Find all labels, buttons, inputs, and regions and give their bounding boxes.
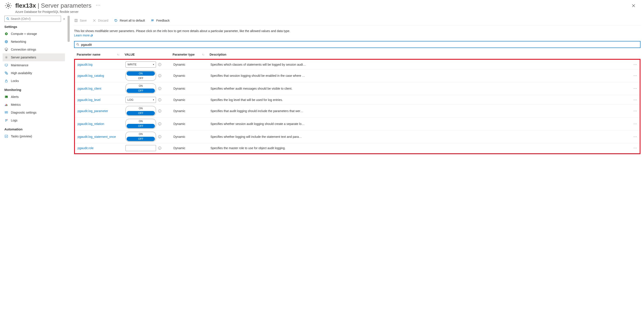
info-icon[interactable]: i [158, 135, 161, 138]
scrollbar-thumb[interactable] [68, 16, 70, 42]
info-icon[interactable]: i [158, 63, 161, 66]
chevron-down-icon: ▾ [153, 63, 154, 66]
sidebar-item-connection-strings[interactable]: Connection strings [2, 46, 65, 54]
value-toggle[interactable]: ONOFF [126, 71, 156, 81]
svg-point-22 [152, 19, 152, 20]
parameter-type: Dynamic [171, 87, 208, 90]
toolbar: Save Discard Reset all to default [74, 16, 640, 25]
sidebar-item-alerts[interactable]: Alerts [2, 93, 65, 101]
sidebar-item-label: High availability [11, 71, 32, 75]
parameter-desc: Specifies that audit logging should incl… [208, 109, 631, 113]
parameter-search[interactable] [74, 41, 640, 48]
column-header-name[interactable]: Parameter name ↑↓ [74, 53, 122, 56]
parameter-link[interactable]: pgaudit.log_level [78, 98, 100, 102]
row-more-button[interactable]: ··· [634, 135, 637, 138]
toggle-on[interactable]: ON [126, 106, 156, 111]
sidebar-item-locks[interactable]: Locks [2, 77, 65, 85]
parameter-link[interactable]: pgaudit.log_catalog [78, 74, 104, 77]
parameter-link[interactable]: pgaudit.role [78, 146, 94, 150]
server-name: flex13x [15, 2, 36, 9]
reset-button[interactable]: Reset all to default [114, 19, 145, 23]
sidebar-search-input[interactable] [11, 17, 59, 21]
row-more-button[interactable]: ··· [634, 98, 637, 102]
row-more-button[interactable]: ··· [634, 63, 637, 66]
row-more-button[interactable]: ··· [634, 122, 637, 126]
learn-more-link[interactable]: Learn more [74, 34, 640, 37]
toggle-off[interactable]: OFF [126, 111, 155, 115]
sidebar-item-server-parameters[interactable]: Server parameters [2, 54, 65, 61]
parameter-search-input[interactable] [81, 43, 638, 47]
header-more-button[interactable]: ··· [96, 3, 101, 8]
save-button[interactable]: Save [74, 19, 87, 23]
table-row: pgaudit.log_levelLOG▾iDynamicSpecifies t… [75, 95, 640, 105]
svg-point-6 [6, 50, 7, 50]
sidebar-item-compute-storage[interactable]: Compute + storage [2, 30, 65, 38]
toggle-on[interactable]: ON [126, 71, 155, 76]
info-icon[interactable]: i [158, 122, 161, 125]
svg-rect-15 [5, 105, 6, 106]
sidebar-item-logs[interactable]: Logs [2, 116, 65, 124]
column-header-value[interactable]: VALUE [122, 53, 170, 56]
column-header-desc[interactable]: Description [207, 53, 632, 56]
sidebar-item-metrics[interactable]: Metrics [2, 101, 65, 109]
sidebar-item-maintenance[interactable]: Maintenance [2, 61, 65, 69]
info-icon[interactable]: i [158, 87, 161, 90]
column-header-type[interactable]: Parameter type ↑↓ [170, 53, 207, 56]
toggle-on[interactable]: ON [126, 119, 156, 123]
feedback-button[interactable]: Feedback [150, 19, 170, 23]
value-select[interactable]: WRITE▾ [126, 62, 156, 68]
sidebar-collapse-button[interactable]: « [63, 17, 65, 21]
sidebar-item-high-availability[interactable]: High availability [2, 69, 65, 77]
svg-point-19 [7, 119, 8, 120]
svg-point-1 [7, 18, 8, 20]
value-input[interactable] [126, 145, 156, 151]
table-row: pgaudit.log_clientONOFFiDynamicSpecifies… [75, 82, 640, 95]
sidebar-item-networking[interactable]: Networking [2, 38, 65, 46]
sidebar-item-tasks-preview-[interactable]: Tasks (preview) [2, 132, 65, 140]
value-toggle[interactable]: ONOFF [126, 106, 156, 116]
info-icon[interactable]: i [158, 110, 161, 113]
parameter-link[interactable]: pgaudit.log_relation [78, 122, 104, 126]
parameter-desc: Specifies the master role to use for obj… [208, 146, 631, 150]
value-toggle[interactable]: ONOFF [126, 119, 156, 129]
info-icon[interactable]: i [158, 147, 161, 150]
sidebar-item-label: Logs [11, 119, 18, 122]
row-more-button[interactable]: ··· [634, 146, 637, 150]
svg-rect-13 [6, 96, 6, 97]
toggle-on[interactable]: ON [126, 84, 156, 88]
table-header: Parameter name ↑↓ VALUE Parameter type ↑… [74, 50, 640, 59]
parameter-link[interactable]: pgaudit.log_parameter [78, 109, 108, 113]
parameter-link[interactable]: pgaudit.log_client [78, 87, 101, 90]
toggle-off[interactable]: OFF [126, 124, 155, 128]
reset-icon [114, 19, 118, 23]
toggle-off[interactable]: OFF [126, 137, 155, 141]
info-icon[interactable]: i [158, 74, 161, 77]
close-button[interactable] [632, 4, 635, 8]
svg-rect-21 [75, 19, 77, 22]
toggle-off[interactable]: OFF [126, 76, 156, 81]
sidebar-search[interactable] [4, 16, 61, 22]
sidebar-item-diagnostic-settings[interactable]: Diagnostic settings [2, 109, 65, 116]
value-select[interactable]: LOG▾ [126, 97, 156, 103]
parameter-link[interactable]: pgaudit.log [78, 63, 92, 66]
row-more-button[interactable]: ··· [634, 74, 637, 77]
row-more-button[interactable]: ··· [634, 87, 637, 90]
chevron-down-icon: ▾ [153, 99, 154, 101]
toggle-on[interactable]: ON [126, 132, 156, 136]
sidebar-item-label: Metrics [11, 103, 21, 106]
tasks-icon [4, 134, 8, 138]
row-more-button[interactable]: ··· [634, 109, 637, 113]
parameter-type: Dynamic [171, 135, 208, 138]
info-icon[interactable]: i [158, 98, 161, 101]
parameter-link[interactable]: pgaudit.log_statement_once [78, 135, 116, 138]
svg-point-0 [7, 5, 9, 7]
table-row: pgaudit.log_statement_onceONOFFiDynamicS… [75, 130, 640, 143]
sidebar: « SettingsCompute + storageNetworkingCon… [0, 16, 68, 309]
compute-icon [4, 32, 8, 36]
value-toggle[interactable]: ONOFF [126, 132, 156, 142]
value-toggle[interactable]: ONOFF [126, 84, 156, 94]
discard-button[interactable]: Discard [92, 19, 108, 23]
search-icon [6, 17, 9, 20]
svg-rect-20 [5, 135, 8, 138]
toggle-off[interactable]: OFF [126, 89, 155, 93]
